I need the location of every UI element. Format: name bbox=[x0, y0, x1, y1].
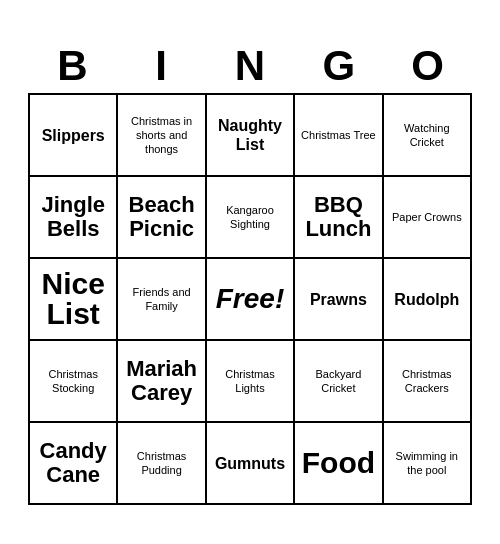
bingo-header: BINGO bbox=[28, 39, 472, 93]
bingo-cell: Christmas Pudding bbox=[118, 423, 206, 505]
bingo-grid: SlippersChristmas in shorts and thongsNa… bbox=[28, 93, 472, 505]
bingo-cell: Backyard Cricket bbox=[295, 341, 383, 423]
bingo-cell: Gumnuts bbox=[207, 423, 295, 505]
cell-label: Gumnuts bbox=[215, 454, 285, 473]
bingo-letter: I bbox=[117, 39, 206, 93]
cell-label: Naughty List bbox=[211, 116, 289, 154]
bingo-cell: Watching Cricket bbox=[384, 95, 472, 177]
bingo-cell: Mariah Carey bbox=[118, 341, 206, 423]
cell-label: Food bbox=[302, 448, 375, 478]
bingo-cell: Paper Crowns bbox=[384, 177, 472, 259]
bingo-cell: Beach Picnic bbox=[118, 177, 206, 259]
bingo-cell: Nice List bbox=[30, 259, 118, 341]
bingo-cell: Christmas in shorts and thongs bbox=[118, 95, 206, 177]
bingo-cell: Prawns bbox=[295, 259, 383, 341]
cell-label: Beach Picnic bbox=[122, 193, 200, 241]
cell-label: Prawns bbox=[310, 290, 367, 309]
cell-label: Watching Cricket bbox=[388, 121, 466, 150]
bingo-letter: O bbox=[383, 39, 472, 93]
bingo-letter: N bbox=[206, 39, 295, 93]
bingo-cell: Food bbox=[295, 423, 383, 505]
cell-label: Backyard Cricket bbox=[299, 367, 377, 396]
bingo-cell: Christmas Lights bbox=[207, 341, 295, 423]
cell-label: Christmas Crackers bbox=[388, 367, 466, 396]
cell-label: Slippers bbox=[42, 126, 105, 145]
bingo-letter: G bbox=[294, 39, 383, 93]
bingo-cell: Friends and Family bbox=[118, 259, 206, 341]
cell-label: Christmas in shorts and thongs bbox=[122, 114, 200, 157]
cell-label: Mariah Carey bbox=[122, 357, 200, 405]
cell-label: Christmas Pudding bbox=[122, 449, 200, 478]
cell-label: Friends and Family bbox=[122, 285, 200, 314]
cell-label: Swimming in the pool bbox=[388, 449, 466, 478]
bingo-cell: Kangaroo Sighting bbox=[207, 177, 295, 259]
cell-label: Christmas Stocking bbox=[34, 367, 112, 396]
bingo-cell: Christmas Stocking bbox=[30, 341, 118, 423]
cell-label: Christmas Tree bbox=[301, 128, 376, 142]
bingo-cell: Free! bbox=[207, 259, 295, 341]
cell-label: Paper Crowns bbox=[392, 210, 462, 224]
cell-label: Jingle Bells bbox=[34, 193, 112, 241]
bingo-cell: Rudolph bbox=[384, 259, 472, 341]
cell-label: Free! bbox=[216, 281, 284, 317]
cell-label: Nice List bbox=[34, 269, 112, 329]
bingo-cell: Naughty List bbox=[207, 95, 295, 177]
bingo-letter: B bbox=[28, 39, 117, 93]
cell-label: Christmas Lights bbox=[211, 367, 289, 396]
bingo-card: BINGO SlippersChristmas in shorts and th… bbox=[20, 31, 480, 513]
bingo-cell: Christmas Tree bbox=[295, 95, 383, 177]
bingo-cell: Christmas Crackers bbox=[384, 341, 472, 423]
bingo-cell: Swimming in the pool bbox=[384, 423, 472, 505]
cell-label: Kangaroo Sighting bbox=[211, 203, 289, 232]
bingo-cell: Jingle Bells bbox=[30, 177, 118, 259]
cell-label: Rudolph bbox=[394, 290, 459, 309]
bingo-cell: Candy Cane bbox=[30, 423, 118, 505]
bingo-cell: Slippers bbox=[30, 95, 118, 177]
bingo-cell: BBQ Lunch bbox=[295, 177, 383, 259]
cell-label: BBQ Lunch bbox=[299, 193, 377, 241]
cell-label: Candy Cane bbox=[34, 439, 112, 487]
